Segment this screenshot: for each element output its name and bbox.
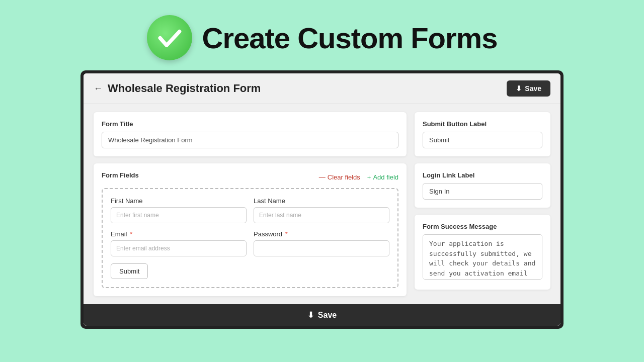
- form-title-section: Form Title: [94, 112, 407, 156]
- form-title-label: Form Title: [102, 120, 398, 128]
- minus-icon: —: [319, 173, 326, 181]
- email-label: Email *: [111, 230, 247, 238]
- email-required-star: *: [130, 230, 132, 238]
- password-field-group: Password *: [254, 230, 389, 256]
- save-button-top[interactable]: ⬇ Save: [507, 80, 550, 97]
- success-message-label: Form Success Message: [423, 223, 542, 230]
- back-button[interactable]: ←: [94, 83, 103, 94]
- main-panel-wrapper: ← Wholesale Registration Form ⬇ Save For…: [80, 70, 564, 329]
- add-field-button[interactable]: + Add field: [367, 173, 398, 181]
- save-bar-label: Save: [318, 311, 337, 320]
- form-title-input[interactable]: [102, 132, 398, 148]
- first-name-input[interactable]: [111, 207, 247, 223]
- hero-section: Create Custom Forms: [0, 0, 644, 70]
- save-bar-icon: ⬇: [307, 310, 314, 320]
- save-bar-button[interactable]: ⬇ Save: [94, 310, 550, 320]
- submit-button-label-section: Submit Button Label: [415, 112, 550, 156]
- panel-header-left: ← Wholesale Registration Form: [94, 82, 261, 95]
- add-field-label: Add field: [373, 173, 398, 181]
- plus-icon: +: [367, 173, 371, 181]
- password-input[interactable]: [254, 240, 389, 256]
- last-name-input[interactable]: [254, 207, 389, 223]
- panel-left: Form Title Form Fields — Clear fields: [94, 112, 407, 296]
- clear-fields-button[interactable]: — Clear fields: [319, 173, 360, 181]
- first-name-label: First Name: [111, 197, 247, 205]
- last-name-label: Last Name: [254, 197, 389, 205]
- login-link-label-section: Login Link Label: [415, 163, 550, 208]
- save-icon: ⬇: [516, 84, 522, 93]
- form-row-name: First Name Last Name: [111, 197, 389, 223]
- success-message-textarea[interactable]: Your application is successfully submitt…: [423, 234, 542, 280]
- form-row-credentials: Email * Password *: [111, 230, 389, 256]
- submit-button-label-input[interactable]: [423, 132, 542, 148]
- hero-title: Create Custom Forms: [202, 21, 498, 55]
- form-preview: First Name Last Name Email *: [102, 188, 398, 288]
- panel-right: Submit Button Label Login Link Label For…: [415, 112, 550, 296]
- form-fields-header: Form Fields — Clear fields + Add field: [102, 171, 398, 183]
- save-button-top-label: Save: [525, 84, 541, 93]
- logo-icon: [147, 15, 192, 60]
- submit-preview-button[interactable]: Submit: [111, 263, 148, 279]
- submit-button-label-title: Submit Button Label: [423, 120, 542, 128]
- form-fields-label: Form Fields: [102, 171, 139, 179]
- main-panel: ← Wholesale Registration Form ⬇ Save For…: [84, 73, 560, 326]
- save-bar: ⬇ Save: [84, 304, 560, 326]
- first-name-field-group: First Name: [111, 197, 247, 223]
- submit-preview-label: Submit: [119, 267, 139, 275]
- email-input[interactable]: [111, 240, 247, 256]
- email-field-group: Email *: [111, 230, 247, 256]
- panel-body: Form Title Form Fields — Clear fields: [84, 104, 560, 304]
- clear-fields-label: Clear fields: [328, 173, 360, 181]
- last-name-field-group: Last Name: [254, 197, 389, 223]
- login-link-label-input[interactable]: [423, 183, 542, 200]
- password-label: Password *: [254, 230, 389, 238]
- password-required-star: *: [285, 230, 288, 238]
- panel-header: ← Wholesale Registration Form ⬇ Save: [84, 73, 560, 104]
- form-fields-actions: — Clear fields + Add field: [319, 173, 398, 181]
- panel-title: Wholesale Registration Form: [108, 82, 261, 95]
- login-link-label-title: Login Link Label: [423, 171, 542, 179]
- success-message-section: Form Success Message Your application is…: [415, 215, 550, 290]
- form-fields-section: Form Fields — Clear fields + Add field: [94, 163, 407, 296]
